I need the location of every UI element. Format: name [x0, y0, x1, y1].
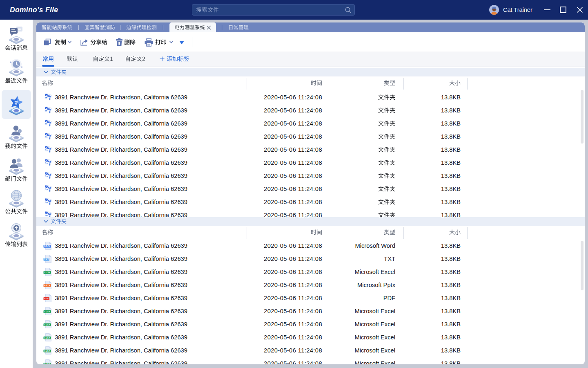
svg-text:DOCX: DOCX [44, 245, 51, 247]
svg-text:XLSX: XLSX [44, 337, 51, 339]
svg-text:PPTX: PPTX [44, 285, 51, 287]
svg-text:PDF: PDF [44, 298, 49, 300]
svg-text:XLSX: XLSX [44, 311, 51, 313]
svg-text:XLSX: XLSX [44, 272, 51, 274]
svg-text:XLSX: XLSX [44, 350, 51, 352]
svg-text:TXT: TXT [44, 258, 49, 260]
svg-text:XLSX: XLSX [44, 324, 51, 326]
svg-text:XLSX: XLSX [44, 363, 51, 364]
